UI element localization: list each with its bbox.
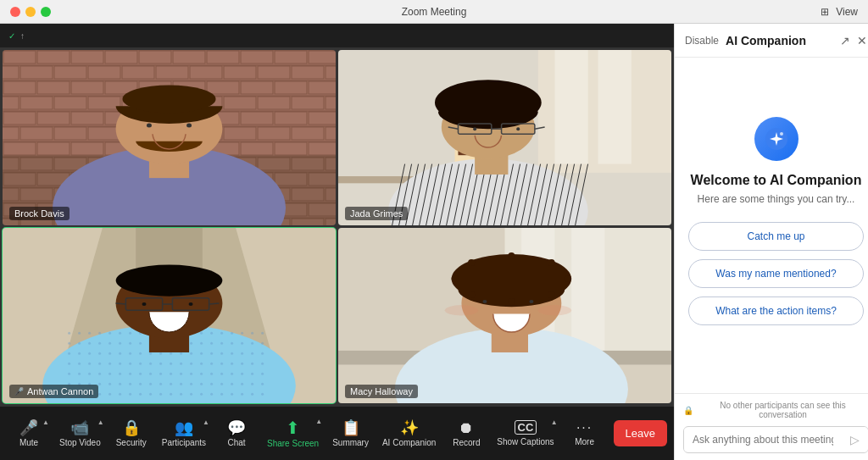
participant-video-brock bbox=[3, 50, 336, 225]
view-control[interactable]: ⊞ View bbox=[821, 6, 858, 18]
minimize-window-button[interactable] bbox=[25, 7, 36, 17]
ai-companion-icon: ✨ bbox=[400, 420, 419, 435]
ai-logo bbox=[754, 117, 798, 161]
close-window-button[interactable] bbox=[10, 7, 20, 17]
ai-panel-header-right: ↗ ✕ bbox=[840, 34, 867, 47]
participant-name-antwan: Antwan Cannon bbox=[27, 386, 93, 396]
toolbar-captions[interactable]: CC ▲ Show Captions bbox=[492, 417, 559, 450]
ai-welcome-subtitle: Here are some things you can try... bbox=[698, 193, 855, 205]
svg-point-1 bbox=[780, 132, 783, 136]
video-cell-inner-macy bbox=[338, 228, 671, 403]
chat-label: Chat bbox=[227, 438, 245, 447]
video-caret: ▲ bbox=[97, 418, 104, 426]
summary-label: Summary bbox=[332, 438, 369, 447]
ai-chat-input[interactable] bbox=[684, 428, 842, 452]
toolbar-mute[interactable]: 🎤 ▲ Mute bbox=[7, 417, 51, 451]
record-icon: ⏺ bbox=[459, 420, 474, 435]
ai-input-row: ▷ bbox=[683, 426, 868, 453]
participant-name-jada: Jada Grimes bbox=[350, 208, 403, 219]
name-tag-brock: Brock Davis bbox=[9, 207, 70, 220]
toolbar-more[interactable]: ··· More bbox=[563, 418, 607, 450]
captions-caret: ▲ bbox=[551, 418, 558, 426]
video-cell-brock: Brock Davis bbox=[3, 50, 336, 225]
share-arrow-icon: ↑ bbox=[20, 31, 25, 41]
video-top-bar: ✓ ↑ bbox=[0, 24, 674, 47]
close-panel-icon[interactable]: ✕ bbox=[857, 34, 867, 47]
maximize-window-button[interactable] bbox=[41, 7, 51, 17]
share-label: Share Screen bbox=[267, 439, 319, 448]
suggestion-action-items[interactable]: What are the action items? bbox=[688, 297, 864, 325]
toolbar-summary[interactable]: 📋 Summary bbox=[327, 417, 374, 451]
ai-panel-footer: 🔒 No other participants can see this con… bbox=[675, 393, 868, 460]
participants-caret: ▲ bbox=[203, 418, 209, 426]
chat-icon: 💬 bbox=[227, 420, 246, 435]
participant-name-macy: Macy Halloway bbox=[350, 386, 413, 396]
ai-send-button[interactable]: ▷ bbox=[842, 427, 868, 452]
video-cell-inner-brock bbox=[3, 50, 336, 225]
video-grid: Brock Davis Jada Grimes 🎤 Antwa bbox=[0, 47, 674, 406]
grid-icon: ⊞ bbox=[821, 6, 829, 18]
video-cell-jada: Jada Grimes bbox=[338, 50, 671, 225]
ai-panel-body: Welcome to AI Companion Here are some th… bbox=[675, 58, 868, 393]
toolbar-participants[interactable]: 👥 ▲ Participants bbox=[157, 417, 211, 451]
toolbar-chat[interactable]: 💬 Chat bbox=[214, 417, 259, 451]
suggestion-catch-me-up[interactable]: Catch me up bbox=[688, 222, 864, 251]
main-content: ✓ ↑ Brock Davis Jada Grimes bbox=[0, 24, 868, 460]
video-icon: 📹 bbox=[70, 420, 89, 435]
privacy-text: No other participants can see this conve… bbox=[697, 401, 868, 419]
summary-icon: 📋 bbox=[342, 420, 360, 435]
leave-button[interactable]: Leave bbox=[614, 420, 667, 446]
toolbar-record[interactable]: ⏺ Record bbox=[444, 417, 488, 451]
ai-sparkle-icon bbox=[765, 127, 788, 151]
ai-panel-title: AI Companion bbox=[726, 34, 806, 47]
ai-welcome-title: Welcome to AI Companion bbox=[691, 173, 862, 188]
name-tag-jada: Jada Grimes bbox=[345, 207, 408, 220]
suggestion-name-mentioned[interactable]: Was my name mentioned? bbox=[688, 259, 864, 288]
video-label: Stop Video bbox=[59, 438, 101, 447]
captions-icon: CC bbox=[515, 420, 537, 435]
ai-panel-header: Disable AI Companion ↗ ✕ bbox=[675, 24, 868, 58]
meeting-toolbar: 🎤 ▲ Mute 📹 ▲ Stop Video 🔒 Security 👥 ▲ P… bbox=[0, 406, 674, 460]
record-label: Record bbox=[453, 438, 480, 447]
participants-label: Participants bbox=[162, 438, 206, 447]
title-bar: Zoom Meeting ⊞ View bbox=[0, 0, 868, 24]
security-label: Security bbox=[116, 438, 147, 447]
video-cell-macy: Macy Halloway bbox=[338, 228, 671, 403]
ai-panel-header-left: Disable AI Companion bbox=[685, 34, 806, 47]
disable-button[interactable]: Disable bbox=[685, 35, 719, 47]
name-tag-antwan: 🎤 Antwan Cannon bbox=[9, 385, 98, 398]
participants-icon: 👥 bbox=[175, 420, 193, 435]
ai-privacy-note: 🔒 No other participants can see this con… bbox=[683, 401, 868, 419]
toolbar-security[interactable]: 🔒 Security bbox=[109, 417, 153, 451]
share-screen-icon: ⬆ bbox=[286, 419, 300, 436]
captions-label: Show Captions bbox=[497, 437, 554, 446]
view-label: View bbox=[836, 6, 858, 18]
share-caret: ▲ bbox=[315, 418, 322, 425]
window-controls bbox=[10, 7, 51, 17]
mute-caret: ▲ bbox=[42, 418, 49, 426]
toolbar-ai-companion[interactable]: ✨ AI Companion bbox=[377, 417, 441, 451]
security-indicator-icon: ✓ bbox=[8, 31, 15, 41]
more-icon: ··· bbox=[576, 421, 593, 435]
window-title: Zoom Meeting bbox=[402, 6, 467, 18]
video-cell-inner-antwan bbox=[3, 228, 336, 403]
external-link-icon[interactable]: ↗ bbox=[840, 34, 850, 47]
mic-icon-antwan: 🎤 bbox=[14, 387, 24, 396]
ai-companion-label: AI Companion bbox=[382, 438, 436, 447]
toolbar-share-screen[interactable]: ⬆ ▲ Share Screen bbox=[262, 416, 324, 452]
name-tag-macy: Macy Halloway bbox=[345, 385, 418, 398]
video-area: ✓ ↑ Brock Davis Jada Grimes bbox=[0, 24, 674, 460]
video-cell-antwan: 🎤 Antwan Cannon bbox=[3, 228, 336, 403]
participant-video-antwan bbox=[3, 228, 336, 403]
toolbar-stop-video[interactable]: 📹 ▲ Stop Video bbox=[54, 417, 106, 451]
mute-icon: 🎤 bbox=[19, 420, 38, 435]
video-cell-inner-jada bbox=[338, 50, 671, 225]
security-icon: 🔒 bbox=[122, 420, 141, 435]
participant-video-macy bbox=[338, 228, 671, 403]
mute-label: Mute bbox=[19, 438, 38, 447]
lock-privacy-icon: 🔒 bbox=[683, 406, 693, 415]
participant-name-brock: Brock Davis bbox=[14, 208, 64, 219]
more-label: More bbox=[575, 437, 594, 446]
ai-companion-panel: Disable AI Companion ↗ ✕ Welcome to AI C… bbox=[674, 24, 868, 460]
participant-video-jada bbox=[338, 50, 671, 225]
